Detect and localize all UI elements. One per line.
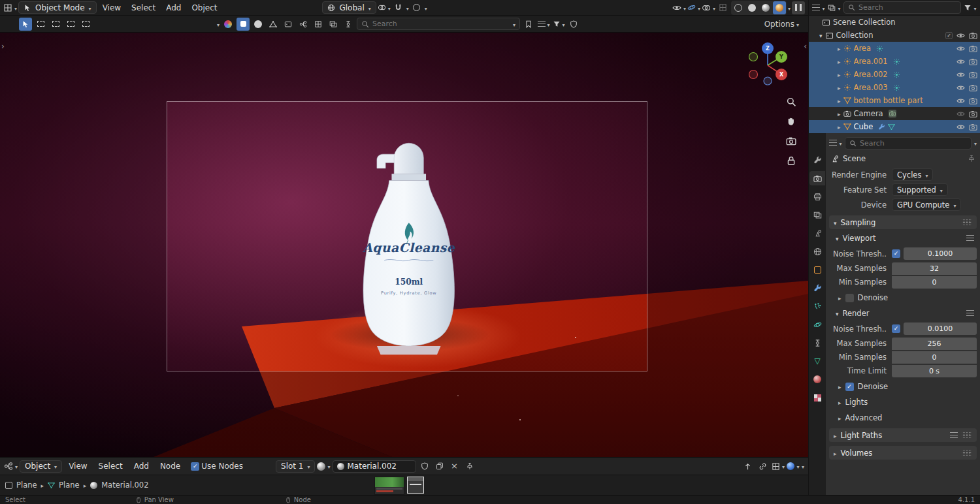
- render-subpanel-header[interactable]: Render: [829, 307, 977, 320]
- collapse-icon[interactable]: [819, 31, 823, 40]
- camera-data-icon[interactable]: [889, 110, 896, 118]
- snap-node-button[interactable]: [757, 460, 770, 473]
- expand-icon[interactable]: [838, 70, 841, 79]
- shader-node-image-texture[interactable]: [374, 477, 404, 495]
- proportional-editing-toggle[interactable]: [410, 1, 423, 14]
- tab-tool[interactable]: [809, 153, 825, 167]
- product-bottle[interactable]: AquaCleanse 150ml Purify, Hydrate, Glow: [342, 136, 470, 356]
- navigation-gizmo[interactable]: Z Y X: [744, 40, 791, 87]
- hide-eye-icon[interactable]: [956, 97, 965, 105]
- light-data-icon[interactable]: [893, 84, 900, 91]
- preset-icon[interactable]: [966, 235, 974, 242]
- outliner-row-camera[interactable]: Camera: [809, 107, 980, 120]
- outliner-row-cube[interactable]: Cube: [809, 120, 980, 133]
- tab-particles[interactable]: [809, 299, 825, 313]
- select-box-intersect-button[interactable]: [79, 18, 92, 31]
- viewport-subpanel-header[interactable]: Viewport: [829, 232, 977, 245]
- outliner-filter-button[interactable]: [964, 1, 977, 14]
- material-name-field[interactable]: Material.002: [333, 460, 416, 473]
- pivot-point-button[interactable]: [378, 1, 391, 14]
- render-denoise-row[interactable]: Denoise: [829, 380, 977, 393]
- viewport-denoise-row[interactable]: Denoise: [829, 291, 977, 304]
- noise-threshold-checkbox[interactable]: [892, 249, 900, 258]
- noise-threshold-checkbox[interactable]: [892, 324, 900, 333]
- overlays-toggle[interactable]: [702, 1, 715, 14]
- disable-render-icon[interactable]: [969, 31, 977, 40]
- disable-render-icon[interactable]: [969, 123, 977, 131]
- outliner-row-collection[interactable]: Collection: [809, 29, 980, 42]
- advanced-subpanel-row[interactable]: Advanced: [829, 411, 977, 424]
- asset-chevron[interactable]: [217, 20, 220, 29]
- axis-neg-y[interactable]: [749, 53, 758, 61]
- preset-icon[interactable]: [966, 310, 974, 317]
- tab-view-layer[interactable]: [809, 208, 825, 222]
- pin-button[interactable]: [463, 460, 476, 473]
- tab-object-data[interactable]: ▽: [809, 354, 825, 368]
- object-visibility-button[interactable]: [672, 1, 686, 14]
- display-mode-button[interactable]: [537, 18, 550, 31]
- node-overlays-button[interactable]: [787, 460, 800, 473]
- tab-scene[interactable]: [809, 226, 825, 240]
- shading-material-button[interactable]: [759, 1, 772, 14]
- menu-add[interactable]: Add: [129, 460, 154, 472]
- sidebar-expand-arrow[interactable]: ‹: [804, 42, 807, 51]
- shader-editor-canvas[interactable]: Plane Plane Material.002: [0, 475, 808, 495]
- hide-eye-icon[interactable]: [956, 84, 965, 92]
- outliner-row-area-002[interactable]: Area.002: [809, 68, 980, 81]
- parent-node-tree-button[interactable]: [742, 460, 755, 473]
- preset-icon[interactable]: [950, 432, 958, 439]
- menu-add[interactable]: Add: [161, 2, 186, 14]
- brush-button[interactable]: [221, 18, 235, 31]
- object-name[interactable]: Area: [854, 44, 871, 53]
- snap-grid-button[interactable]: [312, 18, 325, 31]
- pause-button[interactable]: [792, 1, 805, 14]
- lights-subpanel-row[interactable]: Lights: [829, 396, 977, 409]
- shader-type-select[interactable]: Object: [20, 460, 62, 473]
- editor-type-button[interactable]: [3, 1, 17, 14]
- shading-solid-button[interactable]: [745, 1, 759, 14]
- material-slot-select[interactable]: Slot 1: [276, 460, 315, 473]
- min-samples-field[interactable]: 0: [892, 276, 977, 289]
- axis-neg-x[interactable]: [749, 71, 758, 79]
- breadcrumb-object[interactable]: Plane: [16, 480, 37, 490]
- properties-search-input[interactable]: [860, 139, 967, 148]
- camera-view-button[interactable]: [785, 134, 798, 148]
- menu-view[interactable]: View: [98, 2, 125, 14]
- object-name[interactable]: Area.002: [854, 70, 888, 79]
- mode-selector[interactable]: Object Mode: [18, 1, 97, 14]
- shading-rendered-button[interactable]: [773, 1, 786, 14]
- hide-eye-icon[interactable]: [956, 31, 965, 40]
- expand-icon[interactable]: [838, 44, 841, 53]
- menu-view[interactable]: View: [64, 460, 91, 472]
- disable-render-icon[interactable]: [969, 57, 977, 66]
- gizmos-toggle[interactable]: [687, 1, 700, 14]
- disable-render-icon[interactable]: [969, 110, 977, 118]
- tab-constraints[interactable]: [809, 336, 825, 350]
- tab-object[interactable]: [809, 262, 825, 277]
- outliner-search-input[interactable]: [858, 3, 956, 12]
- device-select[interactable]: GPU Compute: [892, 198, 961, 211]
- xray-toggle[interactable]: [717, 1, 730, 14]
- outliner-row-bottom-bottle-part[interactable]: bottom bottle part: [809, 94, 980, 107]
- viewport-3d[interactable]: AquaCleanse 150ml Purify, Hydrate, Glow …: [0, 33, 808, 457]
- search-input[interactable]: [372, 20, 510, 28]
- hide-eye-icon[interactable]: [956, 57, 965, 66]
- disable-render-icon[interactable]: [969, 71, 977, 79]
- disable-render-icon[interactable]: [969, 44, 977, 53]
- menu-select[interactable]: Select: [127, 2, 160, 14]
- filter-button[interactable]: [552, 18, 565, 31]
- proportional-settings-chevron[interactable]: [425, 3, 427, 12]
- hide-eye-icon[interactable]: [956, 71, 965, 79]
- light-data-icon[interactable]: [893, 58, 900, 65]
- node-snapping-button[interactable]: [772, 460, 785, 473]
- outliner-editor-type-button[interactable]: [812, 1, 825, 14]
- mesh-data-icon[interactable]: [888, 123, 895, 131]
- select-box-new-button[interactable]: [34, 18, 47, 31]
- use-nodes-checkbox[interactable]: [191, 462, 199, 471]
- options-button[interactable]: Options: [760, 18, 803, 31]
- modifier-icon[interactable]: [878, 123, 885, 131]
- hide-eye-icon[interactable]: [956, 110, 965, 118]
- tab-texture[interactable]: [809, 390, 825, 405]
- denoise-checkbox[interactable]: [845, 383, 854, 391]
- axis-neg-z[interactable]: [764, 77, 772, 85]
